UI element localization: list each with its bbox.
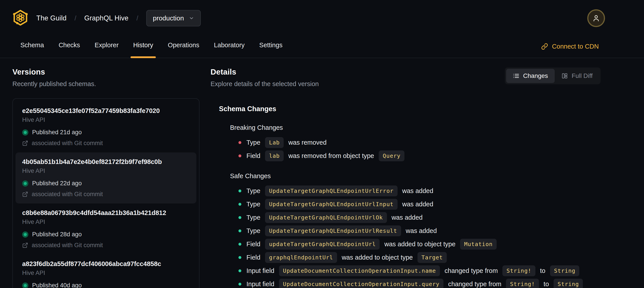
change-text: Type <box>246 139 262 146</box>
view-toggle-label: Changes <box>523 72 548 79</box>
safe-bullet-icon <box>238 283 241 285</box>
change-text: was removed from object type <box>286 152 376 160</box>
breaking-bullet-icon <box>238 154 241 157</box>
version-card[interactable]: 4b05ab51b1b4a7e2e4b0ef82172f2b9f7ef98c0b… <box>16 152 196 203</box>
list-icon <box>513 73 520 79</box>
target-selector-dropdown[interactable]: production <box>146 10 201 27</box>
schema-coordinate-badge: graphqlEndpointUrl <box>265 252 337 263</box>
version-git-link[interactable]: associated with Git commit <box>22 242 190 249</box>
version-status-text: Published 21d ago <box>32 129 82 136</box>
schema-changes-section: Schema Changes Breaking Changes Type Lab… <box>219 105 600 288</box>
version-service: Hive API <box>22 167 190 174</box>
version-git-link[interactable]: associated with Git commit <box>22 191 190 198</box>
breadcrumb: The Guild / GraphQL Hive / production <box>36 10 201 27</box>
safe-changes-list: Type UpdateTargetGraphQLEndpointUrlError… <box>238 185 600 288</box>
change-text: Type <box>246 214 262 221</box>
breaking-change-item: Type Lab was removed <box>238 137 600 148</box>
version-hash: e2e55045345ce13fe07f52a77459b83fa3fe7020 <box>22 107 190 115</box>
change-text: was removed <box>286 139 327 146</box>
external-link-icon <box>22 191 28 197</box>
safe-bullet-icon <box>238 203 241 206</box>
change-text: Type <box>246 201 262 208</box>
change-text: to <box>538 267 547 274</box>
external-link-icon <box>22 242 28 248</box>
breaking-change-item: Field lab was removed from object type Q… <box>238 150 600 161</box>
schema-coordinate-badge: Query <box>379 150 404 161</box>
breaking-changes-list: Type Lab was removedField lab was remove… <box>238 137 600 161</box>
change-text: was added <box>404 227 437 234</box>
schema-coordinate-badge: Target <box>418 252 447 263</box>
view-toggle: ChangesFull Diff <box>505 68 600 84</box>
schema-coordinate-badge: UpdateTargetGraphQLEndpointUrlInput <box>265 199 398 210</box>
external-link-icon <box>22 140 28 146</box>
published-status-dot <box>22 129 28 136</box>
safe-changes-title: Safe Changes <box>230 172 600 180</box>
version-status: Published 28d ago <box>22 231 190 238</box>
view-toggle-changes[interactable]: Changes <box>506 69 555 83</box>
connect-to-cdn-link[interactable]: Connect to CDN <box>541 43 599 50</box>
version-hash: 4b05ab51b1b4a7e2e4b0ef82172f2b9f7ef98c0b <box>22 158 190 166</box>
change-text: was added <box>400 201 433 208</box>
details-header: Details Explore details of the selected … <box>210 68 600 88</box>
view-toggle-full-diff[interactable]: Full Diff <box>555 69 599 83</box>
schema-coordinate-badge: String <box>554 279 583 288</box>
breadcrumb-project[interactable]: GraphQL Hive <box>84 14 128 22</box>
hive-logo-icon[interactable] <box>12 10 28 27</box>
version-card[interactable]: c8b6e88a06793b9c4dfd54aaa21b36a1b421d812… <box>16 203 196 254</box>
change-text: Field <box>246 152 262 160</box>
tab-bar: SchemaChecksExplorerHistoryOperationsLab… <box>0 36 644 58</box>
change-text: to <box>542 280 551 288</box>
version-git-link[interactable]: associated with Git commit <box>22 140 190 147</box>
change-text: Type <box>246 227 262 234</box>
safe-change-item: Type UpdateTargetGraphQLEndpointUrlResul… <box>238 225 600 236</box>
change-text: Input field <box>246 267 276 274</box>
versions-subtitle: Recently published schemas. <box>12 80 200 88</box>
version-status: Published 21d ago <box>22 129 190 136</box>
safe-bullet-icon <box>238 189 241 192</box>
change-text: Input field <box>246 280 276 288</box>
safe-bullet-icon <box>238 229 241 232</box>
user-menu-button[interactable] <box>587 9 605 27</box>
schema-coordinate-badge: UpdateTargetGraphQLEndpointUrlOk <box>265 212 387 223</box>
schema-coordinate-badge: UpdateTargetGraphQLEndpointUrlResult <box>265 225 401 236</box>
breadcrumb-divider: / <box>74 15 76 22</box>
change-text: was added to object type <box>340 254 415 261</box>
safe-change-item: Field graphqlEndpointUrl was added to ob… <box>238 252 600 263</box>
version-status-text: Published 28d ago <box>32 231 82 238</box>
schema-coordinate-badge: Mutation <box>460 239 496 250</box>
version-service: Hive API <box>22 117 190 123</box>
tab-operations[interactable]: Operations <box>168 42 199 58</box>
tab-settings[interactable]: Settings <box>259 42 282 58</box>
version-list: e2e55045345ce13fe07f52a77459b83fa3fe7020… <box>12 98 200 288</box>
version-status-text: Published 40d ago <box>32 282 82 288</box>
top-header: The Guild / GraphQL Hive / production <box>0 0 644 36</box>
version-card[interactable]: a823f6db2a55df877dcf406006abca97fcc4858c… <box>16 254 196 288</box>
change-text: was added to object type <box>382 240 457 248</box>
tab-checks[interactable]: Checks <box>58 42 80 58</box>
safe-change-item: Input field UpdateDocumentCollectionOper… <box>238 265 600 276</box>
schema-coordinate-badge: String! <box>502 265 535 276</box>
change-text: changed type from <box>446 280 503 288</box>
versions-panel: Versions Recently published schemas. e2e… <box>12 68 200 288</box>
target-selector-value: production <box>153 15 184 22</box>
tab-laboratory[interactable]: Laboratory <box>214 42 245 58</box>
version-card[interactable]: e2e55045345ce13fe07f52a77459b83fa3fe7020… <box>16 101 196 152</box>
change-text: was added <box>390 214 422 221</box>
safe-change-item: Type UpdateTargetGraphQLEndpointUrlInput… <box>238 199 600 210</box>
safe-bullet-icon <box>238 243 241 246</box>
schema-coordinate-badge: UpdateTargetGraphQLEndpointUrlError <box>265 185 398 196</box>
version-hash: a823f6db2a55df877dcf406006abca97fcc4858c <box>22 260 190 267</box>
content: Versions Recently published schemas. e2e… <box>0 58 644 288</box>
safe-change-item: Type UpdateTargetGraphQLEndpointUrlError… <box>238 185 600 196</box>
details-panel: Details Explore details of the selected … <box>210 68 644 288</box>
tab-history[interactable]: History <box>133 42 153 58</box>
schema-coordinate-badge: Lab <box>265 137 284 148</box>
chevron-down-icon <box>189 16 194 21</box>
published-status-dot <box>22 282 28 288</box>
tab-schema[interactable]: Schema <box>20 42 44 58</box>
tab-explorer[interactable]: Explorer <box>95 42 118 58</box>
published-status-dot <box>22 180 28 187</box>
breadcrumb-org[interactable]: The Guild <box>36 14 66 22</box>
link-icon <box>541 43 548 50</box>
safe-bullet-icon <box>238 269 241 272</box>
